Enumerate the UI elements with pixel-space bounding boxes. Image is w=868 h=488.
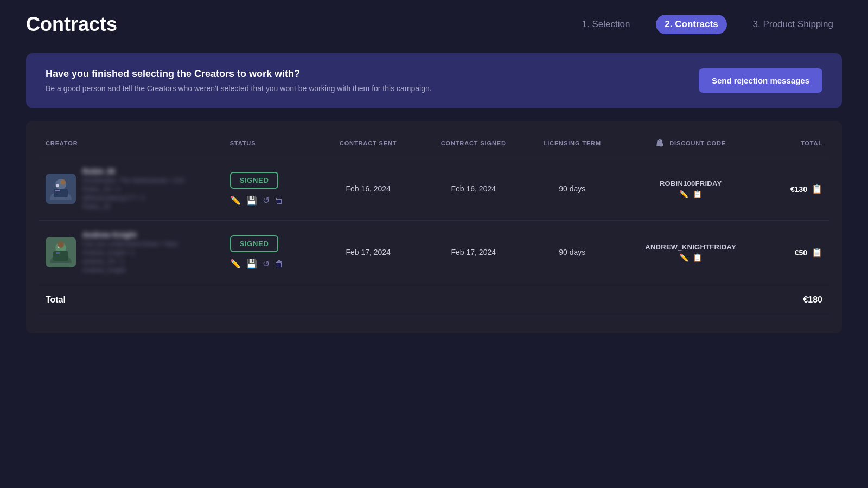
status-cell-1: SIGNED ✏️ 💾 ↺ 🗑 xyxy=(224,157,316,221)
svg-point-4 xyxy=(60,179,66,185)
total-amount-1: €130 xyxy=(790,185,807,194)
svg-rect-9 xyxy=(53,251,68,261)
creator-detail-1b: Robin_JK • 1 xyxy=(82,185,185,193)
creator-detail-2a: Can you understand these • New xyxy=(82,240,178,248)
discount-copy-icon-2[interactable]: 📋 xyxy=(693,253,702,262)
total-copy-icon-2[interactable]: 📋 xyxy=(812,248,822,257)
shopify-icon xyxy=(655,138,667,148)
refresh-icon-1[interactable]: ↺ xyxy=(263,195,270,206)
licensing-term-2: 90 days xyxy=(526,221,618,284)
creator-name-1: Robin JK xyxy=(82,167,185,176)
col-header-discount-label: DISCOUNT CODE xyxy=(669,140,726,146)
discount-cell-2: ANDREW_KNIGHTFRIDAY ✏️ 📋 xyxy=(618,221,763,284)
banner-heading: Have you finished selecting the Creators… xyxy=(46,68,432,80)
col-header-contract-signed: CONTRACT SIGNED xyxy=(421,134,526,157)
discount-copy-icon-1[interactable]: 📋 xyxy=(693,190,702,198)
col-header-status: STATUS xyxy=(224,134,316,157)
contract-sent-2: Feb 17, 2024 xyxy=(316,221,421,284)
col-header-creator: CREATOR xyxy=(39,134,224,157)
status-cell-2: SIGNED ✏️ 💾 ↺ 🗑 xyxy=(224,221,316,284)
creator-detail-2d: Andrew_knight xyxy=(82,266,178,274)
creator-info-2: Andrew Knight Can you understand these •… xyxy=(82,230,178,274)
col-header-discount-code: DISCOUNT CODE xyxy=(618,134,763,157)
svg-rect-5 xyxy=(55,190,60,191)
edit-icon-1[interactable]: ✏️ xyxy=(230,195,241,206)
contracts-table: CREATOR STATUS CONTRACT SENT CONTRACT SI… xyxy=(39,134,829,316)
page-title: Contracts xyxy=(26,13,117,36)
save-icon-2[interactable]: 💾 xyxy=(246,259,257,269)
creator-detail-2c: andrew_JK • 1 xyxy=(82,258,178,265)
total-amount-2: €50 xyxy=(795,248,807,257)
delete-icon-2[interactable]: 🗑 xyxy=(275,259,284,269)
creator-detail-1c: @theacademy177 • 1 xyxy=(82,194,185,202)
discount-edit-icon-2[interactable]: ✏️ xyxy=(679,253,688,262)
licensing-term-1: 90 days xyxy=(526,157,618,221)
grand-total: €180 xyxy=(763,284,829,316)
selection-banner: Have you finished selecting the Creators… xyxy=(26,53,842,108)
table-row: Andrew Knight Can you understand these •… xyxy=(39,221,829,284)
total-row: Total €180 xyxy=(39,284,829,316)
table-row: Robin JK Amsterdam, The Netherlands • 21… xyxy=(39,157,829,221)
send-rejection-button[interactable]: Send rejection messages xyxy=(699,68,822,93)
discount-code-2: ANDREW_KNIGHTFRIDAY xyxy=(645,243,736,251)
page-header: Contracts 1. Selection 2. Contracts 3. P… xyxy=(0,0,868,44)
delete-icon-1[interactable]: 🗑 xyxy=(275,196,284,206)
total-cell-1: €130 📋 xyxy=(763,157,829,221)
main-content: Have you finished selecting the Creators… xyxy=(0,44,868,359)
discount-edit-icon-1[interactable]: ✏️ xyxy=(679,190,688,198)
creator-name-2: Andrew Knight xyxy=(82,230,178,239)
svg-point-2 xyxy=(56,184,59,187)
action-icons-1: ✏️ 💾 ↺ 🗑 xyxy=(230,195,309,206)
col-header-total: TOTAL xyxy=(763,134,829,157)
nav-step-selection[interactable]: 1. Selection xyxy=(573,15,639,34)
contract-signed-1: Feb 16, 2024 xyxy=(421,157,526,221)
discount-cell-1: ROBIN100FRIDAY ✏️ 📋 xyxy=(618,157,763,221)
creator-info-1: Robin JK Amsterdam, The Netherlands • 21… xyxy=(82,167,185,210)
signed-badge-2: SIGNED xyxy=(230,235,279,252)
discount-code-1: ROBIN100FRIDAY xyxy=(660,179,722,188)
contract-sent-1: Feb 16, 2024 xyxy=(316,157,421,221)
creator-detail-1d: Robin_JK xyxy=(82,203,185,210)
nav-steps: 1. Selection 2. Contracts 3. Product Shi… xyxy=(573,15,842,34)
total-label: Total xyxy=(39,284,224,316)
col-header-contract-sent: CONTRACT SENT xyxy=(316,134,421,157)
refresh-icon-2[interactable]: ↺ xyxy=(263,259,270,269)
creator-cell-1: Robin JK Amsterdam, The Netherlands • 21… xyxy=(39,157,224,221)
creator-detail-2b: Andrew_knight • 1 xyxy=(82,249,178,256)
creator-detail-1a: Amsterdam, The Netherlands • 21K xyxy=(82,177,185,184)
banner-text: Have you finished selecting the Creators… xyxy=(46,68,432,93)
total-copy-icon-1[interactable]: 📋 xyxy=(812,184,822,194)
signed-badge-1: SIGNED xyxy=(230,172,279,189)
edit-icon-2[interactable]: ✏️ xyxy=(230,259,241,269)
total-cell-2: €50 📋 xyxy=(763,221,829,284)
col-header-licensing-term: LICENSING TERM xyxy=(526,134,618,157)
banner-body: Be a good person and tell the Creators w… xyxy=(46,84,432,93)
contract-signed-2: Feb 17, 2024 xyxy=(421,221,526,284)
table-header-row: CREATOR STATUS CONTRACT SENT CONTRACT SI… xyxy=(39,134,829,157)
creator-avatar-2 xyxy=(46,237,76,267)
action-icons-2: ✏️ 💾 ↺ 🗑 xyxy=(230,259,309,269)
creator-cell-2: Andrew Knight Can you understand these •… xyxy=(39,221,224,284)
svg-point-10 xyxy=(58,241,64,248)
creator-avatar-1 xyxy=(46,174,76,204)
nav-step-shipping[interactable]: 3. Product Shipping xyxy=(744,15,842,34)
svg-rect-11 xyxy=(56,252,60,254)
save-icon-1[interactable]: 💾 xyxy=(246,195,257,206)
contracts-table-container: CREATOR STATUS CONTRACT SENT CONTRACT SI… xyxy=(26,121,842,333)
nav-step-contracts[interactable]: 2. Contracts xyxy=(656,15,726,34)
